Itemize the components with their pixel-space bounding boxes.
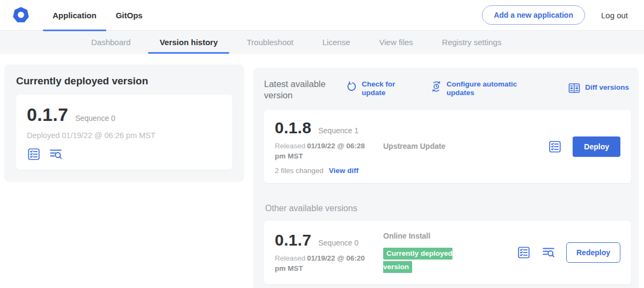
version-info-column: 0.1.7 Sequence 0 Released01/19/22 @ 06:2…	[275, 231, 383, 274]
auto-update-clock-icon	[430, 81, 442, 92]
files-changed-label: 2 files changed	[275, 167, 324, 175]
view-logs-icon[interactable]	[49, 147, 63, 161]
currently-deployed-panel: Currently deployed version 0.1.7 Sequenc…	[4, 64, 244, 182]
version-card-0-1-7: 0.1.7 Sequence 0 Released01/19/22 @ 06:2…	[264, 221, 631, 284]
tab-gitops-label: GitOps	[116, 11, 143, 20]
configure-automatic-updates-label: Configure automatic updates	[447, 80, 523, 97]
app-subnav: Dashboard Version history Troubleshoot L…	[0, 31, 644, 54]
view-logs-icon[interactable]	[541, 246, 555, 260]
released-label: Released	[275, 254, 305, 262]
subnav-registry-settings[interactable]: Registry settings	[428, 31, 516, 54]
diff-versions-link[interactable]: Diff versions	[568, 81, 629, 95]
app-logo[interactable]	[12, 6, 30, 24]
deployed-version-number: 0.1.7	[27, 104, 68, 125]
subnav-troubleshoot[interactable]: Troubleshoot	[232, 31, 308, 54]
deployed-version-card: 0.1.7 Sequence 0 Deployed 01/19/22 @ 06:…	[16, 95, 232, 170]
released-timestamp: Released01/19/22 @ 06:20 pm MST	[275, 254, 377, 274]
released-label: Released	[275, 142, 305, 150]
released-timestamp: Released01/19/22 @ 06:28 pm MST	[275, 141, 377, 162]
check-for-update-link[interactable]: Check for update	[346, 80, 405, 97]
available-versions-panel: Latest available version Check for updat…	[253, 68, 639, 288]
tab-application-label: Application	[53, 11, 97, 20]
refresh-icon	[346, 81, 357, 92]
latest-available-header: Latest available version Check for updat…	[264, 78, 631, 100]
version-source-column: Online Install Currently deployed versio…	[383, 231, 475, 274]
version-source-label: Online Install	[383, 231, 475, 242]
version-source-label: Upstream Update	[383, 141, 475, 152]
other-versions-title: Other available versions	[265, 204, 630, 213]
version-number: 0.1.8	[275, 119, 311, 137]
deployed-actions	[27, 147, 222, 161]
redeploy-button[interactable]: Redeploy	[566, 242, 620, 263]
version-actions: Redeploy	[517, 242, 620, 263]
kots-logo-icon	[12, 6, 30, 24]
subnav-license[interactable]: License	[308, 31, 365, 54]
version-actions: Deploy	[548, 136, 620, 157]
subnav-version-history[interactable]: Version history	[145, 31, 232, 54]
version-info-column: 0.1.8 Sequence 1 Released01/19/22 @ 06:2…	[275, 119, 383, 175]
tab-application[interactable]: Application	[43, 0, 106, 31]
deployed-version-row: 0.1.7 Sequence 0	[27, 104, 222, 125]
deployed-badge-wrap: Currently deployed version	[383, 247, 464, 274]
diff-versions-label: Diff versions	[585, 83, 629, 92]
diff-columns-icon	[568, 82, 581, 95]
version-card-0-1-8: 0.1.8 Sequence 1 Released01/19/22 @ 06:2…	[264, 110, 631, 183]
view-diff-link[interactable]: View diff	[329, 167, 358, 175]
deployed-timestamp: Deployed 01/19/22 @ 06:26 pm MST	[27, 131, 222, 140]
sequence-label: Sequence 1	[318, 126, 358, 135]
top-navigation-bar: Application GitOps Add a new application…	[0, 0, 644, 31]
deploy-button[interactable]: Deploy	[573, 136, 620, 157]
subnav-dashboard[interactable]: Dashboard	[77, 31, 145, 54]
config-checklist-icon[interactable]	[27, 147, 41, 161]
files-changed-row: 2 files changedView diff	[275, 167, 383, 175]
currently-deployed-badge: Currently deployed version	[383, 248, 452, 273]
check-for-update-label: Check for update	[362, 80, 397, 97]
sequence-label: Sequence 0	[318, 239, 358, 247]
version-history-page: Currently deployed version 0.1.7 Sequenc…	[0, 54, 644, 288]
configure-automatic-updates-link[interactable]: Configure automatic updates	[430, 80, 523, 97]
logout-link[interactable]: Log out	[601, 11, 628, 20]
subnav-view-files[interactable]: View files	[364, 31, 427, 54]
config-checklist-icon[interactable]	[548, 140, 562, 154]
add-new-application-button[interactable]: Add a new application	[482, 5, 585, 25]
deployed-sequence-label: Sequence 0	[75, 114, 115, 123]
topbar-right-actions: Add a new application Log out	[482, 5, 628, 25]
currently-deployed-title: Currently deployed version	[16, 75, 232, 87]
tab-gitops[interactable]: GitOps	[106, 0, 152, 31]
latest-available-title: Latest available version	[264, 78, 346, 100]
config-checklist-icon[interactable]	[517, 246, 531, 260]
version-number: 0.1.7	[275, 231, 311, 249]
